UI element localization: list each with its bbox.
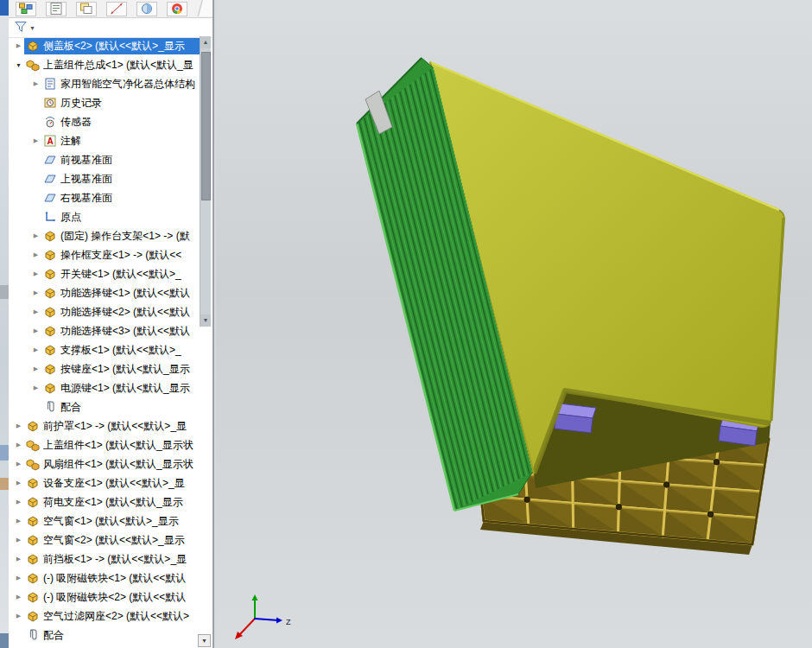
tree-item-content[interactable]: (-) 吸附磁铁块<2> (默认<<默认 bbox=[24, 589, 202, 606]
tree-item-content[interactable]: 支撑板<1> (默认<<默认>_ bbox=[41, 342, 202, 359]
tree-item[interactable]: ▶空气窗<2> (默认<<默认>_显示 bbox=[9, 530, 202, 550]
tree-item-content[interactable]: 家用智能空气净化器总体结构 bbox=[41, 76, 202, 92]
graphics-area[interactable]: Z bbox=[216, 0, 812, 648]
tree-item-content[interactable]: 上盖组件<1> (默认<默认_显示状 bbox=[24, 437, 202, 454]
scroll-down-icon[interactable]: ▼ bbox=[200, 314, 211, 327]
tree-item-content[interactable]: 空气过滤网座<2> (默认<<默认> bbox=[24, 608, 202, 625]
tree-item-content[interactable]: 前视基准面 bbox=[41, 152, 202, 168]
tree-item[interactable]: ▶功能选择键<1> (默认<<默认 bbox=[9, 283, 202, 302]
expand-arrow-icon[interactable]: ▶ bbox=[13, 556, 24, 562]
tree-item-content[interactable]: 上盖组件总成<1> (默认<默认_显 bbox=[24, 57, 202, 73]
tree-item-content[interactable]: 空气窗<2> (默认<<默认>_显示 bbox=[24, 532, 202, 549]
tree-item[interactable]: ▶电源键<1> (默认<默认_显示 bbox=[9, 378, 202, 397]
expand-arrow-icon[interactable]: ▶ bbox=[13, 480, 24, 486]
tree-item-content[interactable]: 侧盖板<2> (默认<<默认>_显示 bbox=[24, 38, 202, 54]
cam-tab-icon[interactable] bbox=[167, 2, 187, 16]
expand-arrow-icon[interactable]: ▶ bbox=[30, 80, 41, 87]
tree-item[interactable]: ▶上盖组件<1> (默认<默认_显示状 bbox=[9, 435, 202, 454]
tree-item-content[interactable]: 历史记录 bbox=[41, 95, 202, 111]
tree-item[interactable]: 原点 bbox=[9, 207, 202, 226]
tree-item[interactable]: ▶(-) 吸附磁铁块<1> (默认<<默认 bbox=[9, 569, 202, 588]
tree-item-content[interactable]: 传感器 bbox=[41, 114, 202, 130]
tree-item-content[interactable]: 上视基准面 bbox=[41, 171, 202, 187]
expand-arrow-icon[interactable]: ▶ bbox=[30, 232, 41, 239]
expand-arrow-icon[interactable]: ▶ bbox=[13, 613, 24, 619]
expand-arrow-icon[interactable]: ▶ bbox=[30, 137, 41, 144]
tree-item[interactable]: 配合 bbox=[9, 397, 202, 416]
3d-viewport[interactable]: Z bbox=[216, 0, 812, 648]
tree-item[interactable]: ▶(-) 吸附磁铁块<2> (默认<<默认 bbox=[9, 588, 202, 607]
tree-item-content[interactable]: 前护罩<1> -> (默认<<默认>_显 bbox=[24, 418, 202, 435]
tree-item-content[interactable]: 功能选择键<3> (默认<<默认 bbox=[41, 323, 202, 340]
tree-item-content[interactable]: 配合 bbox=[41, 399, 202, 416]
tree-item-content[interactable]: 右视基准面 bbox=[41, 190, 202, 206]
expand-arrow-icon[interactable]: ▶ bbox=[30, 251, 41, 258]
tree-item-content[interactable]: 开关键<1> (默认<<默认>_ bbox=[41, 266, 202, 283]
expand-arrow-icon[interactable]: ▶ bbox=[30, 327, 41, 334]
configurationmanager-tab-icon[interactable] bbox=[76, 2, 97, 16]
expand-arrow-icon[interactable]: ▶ bbox=[13, 422, 24, 429]
expand-arrow-icon[interactable]: ▶ bbox=[30, 384, 41, 391]
tree-item[interactable]: ▶按键座<1> (默认<默认_显示 bbox=[9, 359, 202, 378]
expand-arrow-icon[interactable]: ▶ bbox=[13, 537, 24, 543]
expand-arrow-icon[interactable]: ▶ bbox=[13, 575, 24, 581]
expand-arrow-icon[interactable]: ▶ bbox=[13, 518, 24, 524]
tree-item-content[interactable]: 空气窗<1> (默认<默认>_显示 bbox=[24, 513, 202, 530]
tree-item[interactable]: ▶开关键<1> (默认<<默认>_ bbox=[9, 264, 202, 283]
expand-arrow-icon[interactable]: ▶ bbox=[13, 442, 24, 448]
tree-item-content[interactable]: 功能选择键<2> (默认<<默认 bbox=[41, 304, 202, 321]
tree-item-content[interactable]: 荷电支座<1> (默认<默认_显示 bbox=[24, 494, 202, 511]
tree-item[interactable]: ▶操作框支座<1> -> (默认<< bbox=[9, 245, 202, 264]
tree-item-content[interactable]: 功能选择键<1> (默认<<默认 bbox=[41, 285, 202, 302]
tree-item[interactable]: ▶前挡板<1> -> (默认<<默认>_显 bbox=[9, 550, 202, 569]
tree-item[interactable]: ▼上盖组件总成<1> (默认<默认_显 bbox=[9, 55, 202, 74]
tree-item[interactable]: 右视基准面 bbox=[9, 188, 202, 207]
tree-item[interactable]: ▶前护罩<1> -> (默认<<默认>_显 bbox=[9, 416, 202, 435]
tree-item[interactable]: ▶设备支座<1> (默认<<默认>_显 bbox=[9, 473, 202, 492]
tree-item[interactable]: ▶风扇组件<1> (默认<默认_显示状 bbox=[9, 454, 202, 473]
tree-item[interactable]: ▶家用智能空气净化器总体结构 bbox=[9, 74, 202, 93]
tree-item[interactable]: ▶功能选择键<2> (默认<<默认 bbox=[9, 302, 202, 321]
scroll-up-icon[interactable]: ▲ bbox=[200, 36, 211, 48]
tree-item-content[interactable]: 前挡板<1> -> (默认<<默认>_显 bbox=[24, 551, 202, 568]
tree-item-content[interactable]: 按键座<1> (默认<默认_显示 bbox=[41, 361, 202, 378]
expand-arrow-icon[interactable]: ▶ bbox=[13, 499, 24, 505]
expand-arrow-icon[interactable]: ▶ bbox=[13, 461, 24, 467]
tree-item-content[interactable]: A注解 bbox=[41, 133, 202, 149]
tree-scroll-down-button[interactable]: ▼ bbox=[198, 634, 211, 647]
tree-item[interactable]: 历史记录 bbox=[9, 93, 202, 112]
featuremanager-tab-icon[interactable] bbox=[16, 2, 36, 16]
expand-arrow-icon[interactable]: ▶ bbox=[30, 346, 41, 353]
tree-item[interactable]: ▶空气窗<1> (默认<默认>_显示 bbox=[9, 511, 202, 530]
tree-item[interactable]: ▶(固定) 操作台支架<1> -> (默 bbox=[9, 226, 202, 245]
tree-vertical-scrollbar[interactable]: ▲ ▼ bbox=[200, 36, 211, 327]
tree-item[interactable]: ▶侧盖板<2> (默认<<默认>_显示 bbox=[9, 36, 202, 55]
tree-item[interactable]: 前视基准面 bbox=[9, 150, 202, 169]
tree-item-content[interactable]: (固定) 操作台支架<1> -> (默 bbox=[41, 228, 202, 245]
tree-item[interactable]: 传感器 bbox=[9, 112, 202, 131]
tree-item-content[interactable]: 电源键<1> (默认<默认_显示 bbox=[41, 380, 202, 397]
expand-arrow-icon[interactable]: ▶ bbox=[30, 365, 41, 372]
tree-item-content[interactable]: 原点 bbox=[41, 209, 202, 226]
tree-item[interactable]: ▶A注解 bbox=[9, 131, 202, 150]
tree-item-content[interactable]: 设备支座<1> (默认<<默认>_显 bbox=[24, 475, 202, 492]
tree-item-content[interactable]: (-) 吸附磁铁块<1> (默认<<默认 bbox=[24, 570, 202, 587]
tree-item-content[interactable]: 操作框支座<1> -> (默认<< bbox=[41, 247, 202, 264]
dimxpertmanager-tab-icon[interactable] bbox=[106, 2, 127, 16]
expand-arrow-icon[interactable]: ▶ bbox=[30, 308, 41, 315]
expand-arrow-icon[interactable]: ▼ bbox=[13, 62, 24, 68]
filter-icon[interactable] bbox=[15, 21, 27, 35]
expand-arrow-icon[interactable]: ▶ bbox=[30, 289, 41, 296]
tree-item-content[interactable]: 配合 bbox=[24, 627, 202, 644]
expand-arrow-icon[interactable]: ▶ bbox=[30, 270, 41, 277]
tree-item-content[interactable]: 风扇组件<1> (默认<默认_显示状 bbox=[24, 456, 202, 473]
tree-item[interactable]: ▶荷电支座<1> (默认<默认_显示 bbox=[9, 492, 202, 511]
tree-item[interactable]: ▶功能选择键<3> (默认<<默认 bbox=[9, 321, 202, 340]
tree-item[interactable]: ▶空气过滤网座<2> (默认<<默认> bbox=[9, 607, 202, 626]
tree-item[interactable]: 上视基准面 bbox=[9, 169, 202, 188]
tree-item[interactable]: 配合 bbox=[9, 626, 202, 645]
displaymanager-tab-icon[interactable] bbox=[136, 2, 157, 16]
propertymanager-tab-icon[interactable] bbox=[46, 2, 67, 16]
expand-arrow-icon[interactable]: ▶ bbox=[13, 42, 24, 49]
filter-dropdown-icon[interactable]: ▼ bbox=[29, 25, 35, 31]
